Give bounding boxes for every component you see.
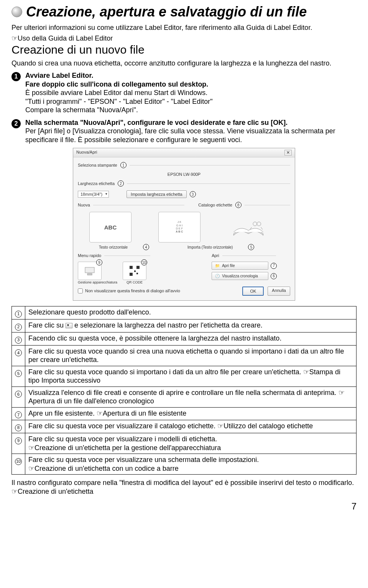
thumb-catalogo[interactable] bbox=[227, 212, 269, 242]
svg-point-1 bbox=[257, 222, 261, 226]
thumb-importa[interactable]: J KG H ID E FA B C bbox=[158, 212, 200, 242]
table-row: 4Fare clic su questa voce quando si crea… bbox=[12, 345, 356, 366]
callout-1: 1 bbox=[120, 162, 127, 168]
svg-rect-7 bbox=[134, 270, 136, 272]
hand-icon: ☞ bbox=[338, 389, 345, 396]
table-row: 8Fare clic su questa voce per visualizza… bbox=[12, 420, 356, 433]
folder-icon: 📁 bbox=[215, 264, 220, 268]
svg-rect-3 bbox=[87, 274, 92, 275]
hand-icon: ☞ bbox=[12, 34, 18, 42]
hand-icon: ☞ bbox=[12, 488, 18, 495]
step-1-body: Avviare Label Editor. Fare doppio clic s… bbox=[25, 71, 356, 115]
callout-table: 1Selezionare questo prodotto dall'elenco… bbox=[12, 306, 356, 475]
printer-name: EPSON LW-900P bbox=[168, 172, 200, 177]
svg-rect-4 bbox=[130, 266, 133, 269]
callout-7: 7 bbox=[271, 263, 277, 269]
ok-button[interactable]: OK bbox=[242, 287, 264, 296]
step-number-2: 2 bbox=[12, 119, 21, 128]
non-visualizzare-checkbox[interactable] bbox=[78, 288, 83, 293]
caption-qr: QR CODE bbox=[123, 281, 146, 285]
apri-file-button[interactable]: 📁Apri file bbox=[212, 262, 268, 270]
label-catalogo: Catalogo etichette bbox=[198, 203, 232, 207]
callout-10: 10 bbox=[141, 259, 147, 265]
table-row: 10Fare clic su questa voce per visualizz… bbox=[12, 454, 356, 475]
svg-rect-5 bbox=[136, 266, 140, 269]
page-title: Creazione, apertura e salvataggio di un … bbox=[26, 4, 307, 20]
callout-5: 5 bbox=[248, 244, 254, 250]
svg-rect-6 bbox=[130, 273, 133, 276]
label-nuova: Nuova bbox=[78, 203, 90, 207]
book-icon bbox=[231, 216, 266, 239]
table-row: 6Visualizza l'elenco di file creati e co… bbox=[12, 387, 356, 407]
page-number: 7 bbox=[12, 501, 356, 512]
table-row: 9Fare clic su questa voce per visualizza… bbox=[12, 433, 356, 454]
label-larghezza: Larghezza etichetta bbox=[78, 181, 115, 186]
subintro-text: Quando si crea una nuova etichetta, occo… bbox=[12, 59, 356, 67]
hand-icon: ☞ bbox=[97, 409, 103, 417]
table-row: 3Facendo clic su questa voce, è possibil… bbox=[12, 332, 356, 345]
svg-rect-8 bbox=[136, 273, 138, 274]
subheading: Creazione di un nuovo file bbox=[12, 43, 356, 56]
width-select[interactable]: 18mm(3/4") bbox=[78, 191, 109, 198]
history-icon: 🕘 bbox=[215, 274, 220, 278]
callout-3: 3 bbox=[190, 191, 196, 197]
svg-point-0 bbox=[253, 222, 257, 226]
step-number-1: 1 bbox=[12, 72, 21, 81]
step-2-body: Nella schermata "Nuova/Apri", configurar… bbox=[25, 118, 356, 144]
dialog-title: Nuova/Apri bbox=[76, 150, 97, 156]
annulla-button[interactable]: Annulla bbox=[268, 287, 290, 296]
label-menu-rapido: Menu rapido bbox=[78, 253, 101, 258]
callout-6: 6 bbox=[271, 273, 277, 279]
close-icon[interactable]: ✕ bbox=[284, 150, 292, 156]
table-row: 5Fare clic su questa voce quando si impo… bbox=[12, 366, 356, 387]
imposta-larghezza-button[interactable]: Imposta larghezza etichetta bbox=[127, 190, 187, 198]
intro-text: Per ulteriori informazioni su come utili… bbox=[12, 24, 356, 32]
label-seleziona-stampante: Seleziona stampante bbox=[78, 163, 117, 167]
ref-link: ☞Uso della Guida di Label Editor bbox=[12, 34, 356, 43]
qr-icon bbox=[129, 265, 140, 277]
hand-icon: ☞ bbox=[217, 422, 223, 430]
callout-2: 2 bbox=[118, 180, 124, 187]
caption-importa: Importa (Testo orizzontale) bbox=[187, 245, 233, 249]
caption-testo-or: Testo orizzontale bbox=[99, 245, 128, 249]
caption-gestione: Gestione apparecchiatura bbox=[78, 281, 117, 285]
hand-icon: ☞ bbox=[303, 368, 309, 376]
nuova-apri-dialog: Nuova/Apri ✕ Seleziona stampante 1 EPSON… bbox=[73, 148, 295, 301]
thumb-testo-orizzontale[interactable]: ABC bbox=[89, 212, 131, 242]
hand-icon: ☞ bbox=[28, 444, 34, 452]
label-apri: Apri bbox=[212, 253, 219, 258]
callout-8: 8 bbox=[235, 202, 242, 208]
outro-text: Il nastro configurato compare nella "fin… bbox=[12, 478, 356, 496]
svg-rect-2 bbox=[85, 267, 94, 273]
dropdown-icon bbox=[66, 323, 72, 328]
equipment-icon bbox=[82, 265, 97, 277]
section-bullet-icon bbox=[12, 7, 22, 17]
visualizza-cronologia-button[interactable]: 🕘Visualizza cronologia bbox=[212, 272, 268, 280]
table-row: 7Apre un file esistente. ☞Apertura di un… bbox=[12, 407, 356, 420]
callout-4: 4 bbox=[143, 244, 149, 250]
table-row: 1Selezionare questo prodotto dall'elenco… bbox=[12, 306, 356, 319]
table-row: 2Fare clic su e selezionare la larghezza… bbox=[12, 319, 356, 332]
callout-9: 9 bbox=[96, 259, 102, 265]
hand-icon: ☞ bbox=[28, 465, 34, 472]
label-non-visualizzare: Non visualizzare questa finestra di dial… bbox=[85, 288, 180, 293]
